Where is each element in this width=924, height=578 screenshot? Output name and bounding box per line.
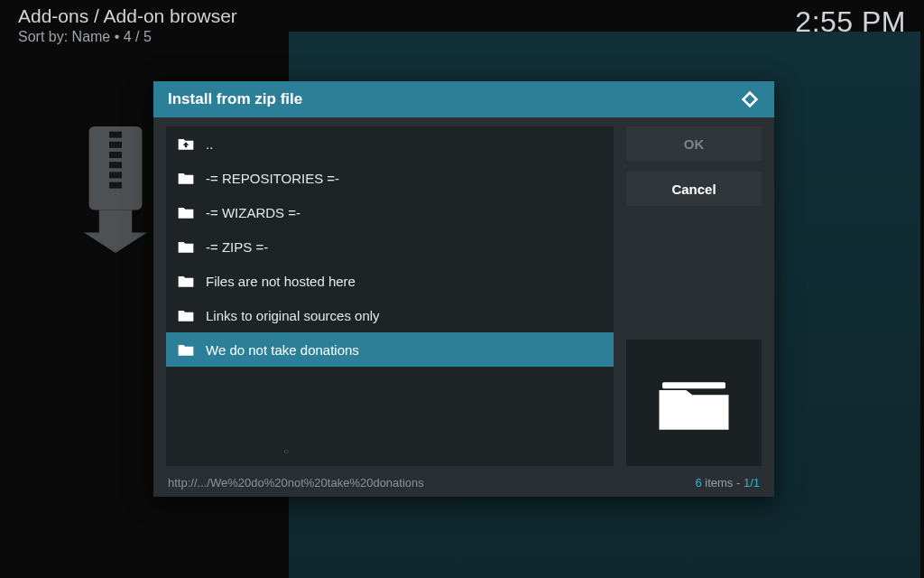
folder-icon xyxy=(177,204,195,220)
dialog-header: Install from zip file xyxy=(153,81,774,117)
list-empty-area: ○ xyxy=(166,367,614,466)
list-item[interactable]: -= WIZARDS =- xyxy=(166,195,614,229)
folder-icon xyxy=(177,307,195,323)
dialog-body: .. -= REPOSITORIES =- -= WIZARDS =- -= Z… xyxy=(153,117,774,471)
svg-rect-4 xyxy=(109,162,122,168)
list-item-label: -= ZIPS =- xyxy=(206,239,268,255)
folder-preview-icon xyxy=(653,371,735,434)
sort-prefix: Sort by: xyxy=(18,29,72,44)
svg-rect-2 xyxy=(109,142,122,148)
dialog-sidebar: OK Cancel xyxy=(626,126,762,466)
current-path: http://.../We%20do%20not%20take%20donati… xyxy=(168,476,424,489)
kodi-logo-icon xyxy=(740,89,760,109)
count-number: 6 xyxy=(695,476,701,489)
dialog-title: Install from zip file xyxy=(168,90,302,108)
list-item[interactable]: -= REPOSITORIES =- xyxy=(166,161,614,195)
list-item[interactable]: -= ZIPS =- xyxy=(166,229,614,264)
sort-value: Name • 4 / 5 xyxy=(72,29,152,44)
ok-button[interactable]: OK xyxy=(626,126,762,161)
list-item-label: Files are not hosted here xyxy=(206,274,356,289)
cancel-button[interactable]: Cancel xyxy=(626,172,762,206)
list-item[interactable]: Files are not hosted here xyxy=(166,264,614,298)
decorative-dot: ○ xyxy=(283,446,287,450)
folder-icon xyxy=(177,238,195,255)
dialog-footer: http://.../We%20do%20not%20take%20donati… xyxy=(153,471,774,497)
page-indicator: 1/1 xyxy=(744,476,760,489)
count-label: items - xyxy=(702,476,744,489)
top-bar: Add-ons / Add-on browser Sort by: Name •… xyxy=(18,5,906,45)
preview-pane xyxy=(626,340,762,466)
svg-rect-1 xyxy=(109,132,122,138)
list-item[interactable]: Links to original sources only xyxy=(166,298,614,332)
list-item-label: -= REPOSITORIES =- xyxy=(206,171,339,186)
list-item-up[interactable]: .. xyxy=(166,126,614,161)
folder-up-icon xyxy=(177,135,195,152)
sort-line: Sort by: Name • 4 / 5 xyxy=(18,29,237,45)
folder-icon xyxy=(177,170,195,186)
svg-rect-5 xyxy=(109,172,122,178)
list-item-label: Links to original sources only xyxy=(206,308,380,323)
breadcrumb: Add-ons / Add-on browser xyxy=(18,5,237,27)
list-item-label: -= WIZARDS =- xyxy=(206,205,300,220)
item-count: 6 items - 1/1 xyxy=(695,476,760,489)
svg-rect-3 xyxy=(109,152,122,158)
clock: 2:55 PM xyxy=(795,5,906,39)
folder-icon xyxy=(177,273,195,289)
list-item[interactable]: We do not take donations xyxy=(166,332,614,367)
folder-icon xyxy=(177,341,195,358)
svg-rect-7 xyxy=(662,382,725,388)
list-item-label: .. xyxy=(206,136,213,152)
zip-download-icon xyxy=(81,126,162,253)
file-list[interactable]: .. -= REPOSITORIES =- -= WIZARDS =- -= Z… xyxy=(166,126,614,466)
list-item-label: We do not take donations xyxy=(206,342,359,358)
install-zip-dialog: Install from zip file .. -= REPOSITORIES… xyxy=(153,81,774,497)
svg-rect-6 xyxy=(109,182,122,189)
